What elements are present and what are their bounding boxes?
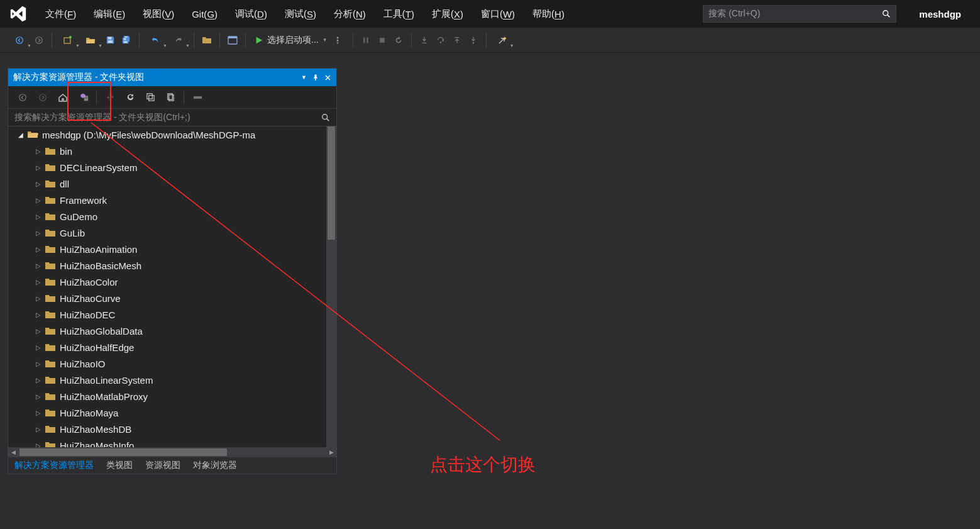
showall-icon[interactable]	[163, 91, 177, 104]
tree-folder-row[interactable]: ▷Framework	[8, 192, 336, 208]
pin-icon[interactable]	[312, 74, 319, 81]
account-username[interactable]: meshdgp	[905, 0, 975, 28]
tree-folder-row[interactable]: ▷HuiZhaoMaya	[8, 404, 336, 421]
scroll-thumb[interactable]	[328, 126, 335, 240]
menu-item[interactable]: 视图(V)	[134, 0, 183, 28]
save-all-button[interactable]	[119, 33, 134, 48]
nav-back-button[interactable]: ▼	[9, 33, 30, 48]
tree-folder-row[interactable]: ▷HuiZhaoMatlabProxy	[8, 388, 336, 404]
save-button[interactable]	[102, 33, 118, 48]
open-button[interactable]: ▼	[80, 33, 101, 48]
svg-rect-16	[363, 37, 365, 43]
expand-icon[interactable]: ◢	[17, 131, 25, 138]
tree-item-label: HuiZhaoLinearSystem	[60, 375, 153, 386]
tree-folder-row[interactable]: ▷GuDemo	[8, 208, 336, 225]
tree-folder-row[interactable]: ▷DECLinearSystem	[8, 159, 336, 175]
tree-folder-row[interactable]: ▷GuLib	[8, 225, 336, 241]
tree-folder-row[interactable]: ▷HuiZhaoAnimation	[8, 241, 336, 257]
properties-icon[interactable]	[190, 91, 204, 104]
search-placeholder: 搜索 (Ctrl+Q)	[708, 8, 760, 19]
toolbar-sep	[194, 33, 194, 48]
expand-icon[interactable]: ▷	[35, 442, 42, 448]
panel-dropdown-icon[interactable]: ▼	[301, 74, 307, 81]
expand-icon[interactable]: ▷	[35, 409, 42, 416]
search-icon	[321, 113, 330, 122]
svg-rect-27	[148, 96, 153, 101]
expand-icon[interactable]: ▷	[35, 181, 42, 187]
start-debug-button[interactable]: 选择启动项... ▼	[251, 35, 331, 46]
redo-button[interactable]: ▼	[167, 33, 189, 48]
back-icon[interactable]	[16, 91, 30, 104]
new-project-button[interactable]: ▼	[57, 33, 79, 48]
expand-icon[interactable]: ▷	[35, 328, 42, 335]
expand-icon[interactable]: ▷	[35, 426, 42, 433]
scroll-thumb[interactable]	[19, 448, 227, 456]
switch-view-icon[interactable]	[76, 91, 90, 104]
menu-item[interactable]: 工具(T)	[375, 0, 423, 28]
home-icon[interactable]	[56, 91, 70, 104]
tree-item-label: GuDemo	[60, 211, 97, 222]
refresh-icon[interactable]	[123, 91, 137, 104]
tree-root[interactable]: ◢ meshdgp (D:\MyFiles\webDownload\MeshDG…	[8, 126, 336, 143]
tree-folder-row[interactable]: ▷HuiZhaoHalfEdge	[8, 339, 336, 355]
tree-folder-row[interactable]: ▷HuiZhaoCurve	[8, 290, 336, 306]
panel-tab[interactable]: 资源视图	[139, 457, 187, 474]
expand-icon[interactable]: ▷	[35, 246, 42, 253]
browser-button[interactable]	[225, 33, 240, 48]
folder-tree[interactable]: ◢ meshdgp (D:\MyFiles\webDownload\MeshDG…	[8, 126, 336, 447]
menu-item[interactable]: Git(G)	[183, 0, 226, 28]
menu-item[interactable]: 帮助(H)	[524, 0, 573, 28]
expand-icon[interactable]: ▷	[35, 344, 42, 351]
menu-item[interactable]: 测试(S)	[276, 0, 325, 28]
tree-folder-row[interactable]: ▷bin	[8, 143, 336, 159]
config-button[interactable]	[333, 33, 348, 48]
svg-rect-25	[85, 97, 88, 98]
panel-tab[interactable]: 对象浏览器	[187, 457, 243, 474]
menu-item[interactable]: 调试(D)	[226, 0, 276, 28]
tree-vscrollbar[interactable]	[326, 126, 336, 447]
tree-item-label: bin	[60, 146, 72, 157]
expand-icon[interactable]: ▷	[35, 148, 42, 155]
tree-folder-row[interactable]: ▷HuiZhaoIO	[8, 355, 336, 372]
expand-icon[interactable]: ▷	[35, 230, 42, 237]
tree-folder-row[interactable]: ▷dll	[8, 175, 336, 192]
panel-search-input[interactable]: 搜索解决方案资源管理器 - 文件夹视图(Ctrl+;)	[8, 109, 336, 126]
menu-item[interactable]: 分析(N)	[325, 0, 375, 28]
panel-titlebar[interactable]: 解决方案资源管理器 - 文件夹视图 ▼	[8, 69, 336, 86]
scroll-right-icon[interactable]: ▶	[326, 447, 336, 457]
expand-icon[interactable]: ▷	[35, 377, 42, 384]
scroll-left-icon[interactable]: ◀	[8, 447, 18, 457]
menu-item[interactable]: 扩展(X)	[423, 0, 472, 28]
folder-button[interactable]	[199, 33, 214, 48]
expand-icon[interactable]: ▷	[35, 393, 42, 400]
tree-item-label: GuLib	[60, 228, 85, 238]
menu-item[interactable]: 文件(F)	[36, 0, 85, 28]
close-icon[interactable]	[324, 74, 331, 81]
global-search-input[interactable]: 搜索 (Ctrl+Q)	[703, 5, 896, 23]
expand-icon[interactable]: ▷	[35, 164, 42, 171]
tree-folder-row[interactable]: ▷HuiZhaoMeshInfo	[8, 437, 336, 447]
tree-folder-row[interactable]: ▷HuiZhaoColor	[8, 274, 336, 290]
menu-item[interactable]: 窗口(W)	[472, 0, 524, 28]
expand-icon[interactable]: ▷	[35, 262, 42, 269]
panel-tab[interactable]: 解决方案资源管理器	[8, 457, 100, 474]
tree-folder-row[interactable]: ▷HuiZhaoBasicMesh	[8, 257, 336, 274]
expand-icon[interactable]: ▷	[35, 295, 42, 302]
nav-fwd-button[interactable]	[31, 33, 47, 48]
menu-item[interactable]: 编辑(E)	[85, 0, 134, 28]
tree-hscrollbar[interactable]: ◀ ▶	[8, 447, 336, 457]
collapse-icon[interactable]	[143, 91, 157, 104]
tree-folder-row[interactable]: ▷HuiZhaoGlobalData	[8, 323, 336, 339]
expand-icon[interactable]: ▷	[35, 311, 42, 318]
expand-icon[interactable]: ▷	[35, 360, 42, 367]
tree-folder-row[interactable]: ▷HuiZhaoLinearSystem	[8, 372, 336, 388]
expand-icon[interactable]: ▷	[35, 279, 42, 286]
tree-folder-row[interactable]: ▷HuiZhaoMeshDB	[8, 421, 336, 437]
tree-folder-row[interactable]: ▷HuiZhaoDEC	[8, 306, 336, 323]
undo-button[interactable]: ▼	[145, 33, 166, 48]
panel-tab[interactable]: 类视图	[100, 457, 139, 474]
toolbar-sep	[139, 33, 140, 48]
effects-button[interactable]: ▼	[492, 33, 513, 48]
expand-icon[interactable]: ▷	[35, 213, 42, 220]
expand-icon[interactable]: ▷	[35, 197, 42, 204]
